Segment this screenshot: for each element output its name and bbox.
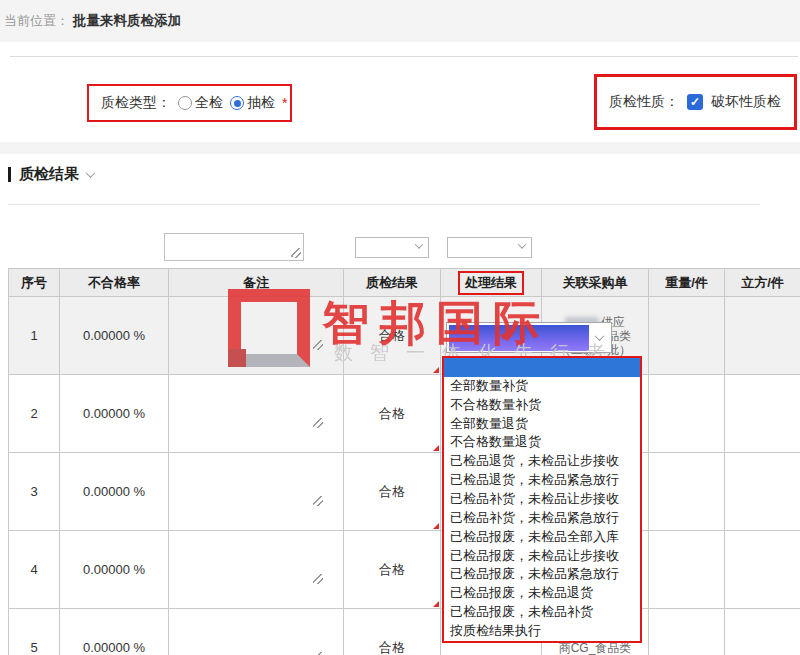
cell-cubic bbox=[725, 375, 800, 453]
divider bbox=[10, 56, 798, 57]
dropdown-option[interactable]: 已检品退货，未检品紧急放行 bbox=[444, 471, 640, 490]
dropdown-option[interactable]: 已检品补货，未检品紧急放行 bbox=[444, 509, 640, 528]
result-filter-select[interactable] bbox=[355, 237, 429, 258]
remark-filter-textarea[interactable] bbox=[164, 233, 304, 261]
resize-handle-icon[interactable] bbox=[313, 652, 323, 655]
header-weight: 重量/件 bbox=[649, 269, 725, 297]
inspection-type-label: 质检类型： bbox=[101, 94, 171, 112]
table-row: 2 0.00000 % 合格 bbox=[9, 375, 800, 453]
dropdown-option[interactable]: 已检品报废，未检品全部入库 bbox=[444, 528, 640, 547]
resize-handle-icon[interactable] bbox=[313, 418, 323, 428]
dropdown-option[interactable]: 全部数量补货 bbox=[444, 377, 640, 396]
cell-defect-rate: 0.00000 % bbox=[60, 297, 169, 375]
handle-result-select[interactable] bbox=[446, 322, 612, 353]
cell-cubic bbox=[725, 453, 800, 531]
cell-remark-textarea[interactable] bbox=[169, 453, 344, 531]
table-row: 3 0.00000 % 合格 bbox=[9, 453, 800, 531]
radio-sampling-label: 抽检 bbox=[247, 94, 275, 112]
cell-inspection-result: 合格 bbox=[344, 531, 441, 609]
resize-handle-icon[interactable] bbox=[313, 496, 323, 506]
cell-inspection-result: 合格 bbox=[344, 609, 441, 655]
dropdown-option-empty[interactable] bbox=[444, 358, 640, 377]
selection-highlight bbox=[449, 325, 589, 351]
dropdown-option[interactable]: 不合格数量退货 bbox=[444, 433, 640, 452]
handle-result-dropdown: 全部数量补货 不合格数量补货 全部数量退货 不合格数量退货 已检品退货，未检品让… bbox=[442, 356, 642, 643]
radio-unchecked-icon[interactable] bbox=[178, 96, 192, 110]
cell-cubic bbox=[725, 609, 800, 655]
resize-handle-icon[interactable] bbox=[313, 340, 323, 350]
cell-weight bbox=[649, 375, 725, 453]
section-title: 质检结果 bbox=[19, 165, 79, 184]
chevron-down-icon bbox=[415, 240, 423, 248]
header-cubic: 立方/件 bbox=[725, 269, 800, 297]
inspection-nature-label: 质检性质： bbox=[609, 93, 679, 111]
section-accent-bar bbox=[8, 167, 11, 182]
cell-defect-rate: 0.00000 % bbox=[60, 531, 169, 609]
dropdown-option[interactable]: 已检品报废，未检品紧急放行 bbox=[444, 565, 640, 584]
cell-seq: 3 bbox=[9, 453, 60, 531]
inspection-type-group: 质检类型： 全检 抽检 * bbox=[87, 84, 292, 122]
cell-weight bbox=[649, 609, 725, 655]
cell-seq: 5 bbox=[9, 609, 60, 655]
cell-seq: 4 bbox=[9, 531, 60, 609]
cell-weight bbox=[649, 453, 725, 531]
cell-seq: 1 bbox=[9, 297, 60, 375]
chevron-down-icon bbox=[518, 240, 526, 248]
checkbox-checked-icon[interactable]: ✓ bbox=[687, 94, 703, 110]
dropdown-option[interactable]: 已检品报废，未检品退货 bbox=[444, 584, 640, 603]
cell-remark-textarea[interactable] bbox=[169, 609, 344, 655]
table-header-row: 序号 不合格率 备注 质检结果 处理结果 关联采购单 重量/件 立方/件 bbox=[9, 269, 800, 297]
handle-result-highlight: 处理结果 bbox=[458, 271, 524, 295]
cell-cubic bbox=[725, 531, 800, 609]
header-inspection-result: 质检结果 bbox=[344, 269, 441, 297]
inspection-nature-group: 质检性质： ✓ 破坏性质检 bbox=[594, 74, 797, 130]
cell-remark-textarea[interactable] bbox=[169, 297, 344, 375]
chevron-down-icon bbox=[595, 331, 605, 341]
resize-handle-icon[interactable] bbox=[291, 248, 301, 258]
dropdown-option[interactable]: 已检品补货，未检品让步接收 bbox=[444, 490, 640, 509]
cell-inspection-result: 合格 bbox=[344, 297, 441, 375]
breadcrumb: 当前位置： 批量来料质检添加 bbox=[0, 0, 800, 42]
cell-defect-rate: 0.00000 % bbox=[60, 609, 169, 655]
dropdown-option[interactable]: 已检品报废，未检品让步接收 bbox=[444, 547, 640, 566]
breadcrumb-prefix: 当前位置： bbox=[4, 12, 69, 30]
table-row: 1 0.00000 % 合格 供应 商CG_食品类 （二级审批） bbox=[9, 297, 800, 375]
chevron-down-icon[interactable] bbox=[86, 168, 96, 178]
required-mark: * bbox=[282, 95, 287, 111]
radio-full-label: 全检 bbox=[195, 94, 223, 112]
header-handle-result: 处理结果 bbox=[441, 269, 542, 297]
cell-seq: 2 bbox=[9, 375, 60, 453]
cell-remark-textarea[interactable] bbox=[169, 375, 344, 453]
inspection-result-table: 序号 不合格率 备注 质检结果 处理结果 关联采购单 重量/件 立方/件 1 0… bbox=[8, 268, 800, 655]
table-row: 5 0.00000 % 合格 供应 商CG_食品类 （二级审批） bbox=[9, 609, 800, 655]
cell-defect-rate: 0.00000 % bbox=[60, 453, 169, 531]
header-seq: 序号 bbox=[9, 269, 60, 297]
cell-defect-rate: 0.00000 % bbox=[60, 375, 169, 453]
dropdown-option[interactable]: 已检品报废，未检品补货 bbox=[444, 603, 640, 622]
dropdown-option[interactable]: 全部数量退货 bbox=[444, 415, 640, 434]
header-remark: 备注 bbox=[169, 269, 344, 297]
header-defect-rate: 不合格率 bbox=[60, 269, 169, 297]
destructive-inspection-label: 破坏性质检 bbox=[711, 93, 781, 111]
section-separator bbox=[0, 142, 800, 154]
dropdown-option[interactable]: 按质检结果执行 bbox=[444, 622, 640, 641]
cell-inspection-result: 合格 bbox=[344, 375, 441, 453]
batch-incoming-inspection-page: 当前位置： 批量来料质检添加 质检类型： 全检 抽检 * 质检性质： ✓ 破坏性… bbox=[0, 0, 800, 655]
cell-remark-textarea[interactable] bbox=[169, 531, 344, 609]
resize-handle-icon[interactable] bbox=[313, 574, 323, 584]
radio-full-inspection[interactable]: 全检 bbox=[178, 94, 223, 112]
cell-cubic bbox=[725, 297, 800, 375]
handle-filter-select[interactable] bbox=[447, 237, 532, 258]
cell-weight bbox=[649, 297, 725, 375]
radio-checked-icon[interactable] bbox=[230, 96, 244, 110]
radio-sampling-inspection[interactable]: 抽检 bbox=[230, 94, 275, 112]
header-purchase-order: 关联采购单 bbox=[542, 269, 649, 297]
table-row: 4 0.00000 % 合格 bbox=[9, 531, 800, 609]
divider bbox=[8, 204, 760, 205]
cell-inspection-result: 合格 bbox=[344, 453, 441, 531]
section-header: 质检结果 bbox=[8, 165, 94, 184]
dropdown-option[interactable]: 不合格数量补货 bbox=[444, 396, 640, 415]
page-title: 批量来料质检添加 bbox=[73, 12, 181, 30]
dropdown-option[interactable]: 已检品退货，未检品让步接收 bbox=[444, 452, 640, 471]
cell-weight bbox=[649, 531, 725, 609]
